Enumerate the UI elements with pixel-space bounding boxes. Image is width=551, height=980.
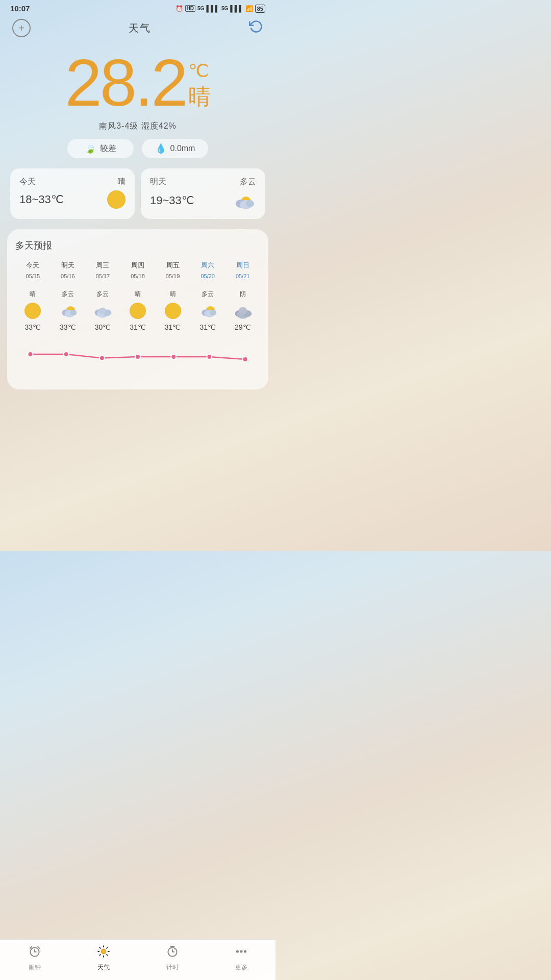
tomorrow-card: 明天 多云 19~33℃	[141, 168, 265, 219]
svg-point-7	[70, 310, 77, 315]
forecast-col-3: 周四05/18晴31℃	[120, 261, 156, 331]
clock-icon: ⏰	[176, 5, 183, 12]
status-bar: 10:07 ⏰ HD 5G ▌▌▌ 5G ▌▌▌ 📶 85	[0, 0, 276, 15]
forecast-day-condition: 多云	[62, 282, 74, 299]
forecast-title: 多天预报	[15, 239, 260, 252]
app-title: 天气	[129, 21, 151, 35]
wifi-icon: 📶	[245, 5, 253, 12]
forecast-high-temp: 33℃	[60, 323, 76, 331]
today-sun-icon	[107, 190, 126, 209]
forecast-high-temp: 29℃	[235, 323, 251, 331]
forecast-day-name: 周日	[236, 261, 249, 270]
air-quality-label: 较差	[100, 143, 116, 154]
forecast-day-name: 周六	[201, 261, 214, 270]
tomorrow-header: 明天 多云	[150, 177, 256, 187]
forecast-high-temp: 33℃	[25, 323, 41, 331]
refresh-button[interactable]	[249, 19, 263, 37]
forecast-col-4: 周五05/19晴31℃	[155, 261, 190, 331]
air-quality-row: 🍃 较差 💧 0.0mm	[0, 139, 276, 168]
forecast-day-icon	[128, 302, 148, 320]
today-body: 18~33℃	[19, 190, 126, 209]
current-weather: 28.2 ℃ 晴	[0, 39, 276, 116]
forecast-col-0: 今天05/15晴33℃	[15, 261, 51, 331]
forecast-day-date: 05/18	[131, 273, 145, 279]
current-temperature: 28.2	[65, 50, 186, 116]
status-icons: ⏰ HD 5G ▌▌▌ 5G ▌▌▌ 📶 85	[176, 5, 265, 13]
forecast-table: 今天05/15晴33℃明天05/16多云 33℃周三05/17多云 30℃周四0…	[15, 261, 260, 331]
forecast-day-icon	[58, 302, 78, 320]
tomorrow-body: 19~33℃	[150, 190, 256, 211]
svg-point-24	[171, 354, 176, 359]
air-quality-pill: 🍃 较差	[67, 139, 134, 158]
forecast-day-icon	[233, 302, 253, 320]
forecast-day-name: 周三	[96, 261, 109, 270]
svg-point-19	[239, 307, 247, 315]
forecast-day-date: 05/19	[166, 273, 180, 279]
current-condition: 晴	[188, 82, 211, 112]
rainfall-value: 0.0mm	[170, 144, 195, 153]
forecast-day-icon	[163, 302, 183, 320]
tomorrow-temp-range: 19~33℃	[150, 194, 194, 207]
battery-display: 85	[255, 5, 265, 13]
forecast-day-name: 周五	[166, 261, 180, 270]
forecast-day-icon	[22, 302, 43, 320]
forecast-day-icon	[92, 302, 113, 320]
svg-point-23	[135, 354, 140, 359]
svg-point-22	[99, 356, 105, 361]
day-cards: 今天 晴 18~33℃ 明天 多云 19~33℃	[0, 168, 276, 229]
rainfall-pill: 💧 0.0mm	[142, 139, 208, 158]
svg-point-26	[243, 357, 248, 362]
today-card: 今天 晴 18~33℃	[10, 168, 135, 219]
forecast-day-name: 周四	[131, 261, 144, 270]
tomorrow-condition: 多云	[240, 177, 256, 187]
svg-point-21	[64, 352, 69, 357]
forecast-day-date: 05/15	[26, 273, 40, 279]
forecast-high-temp: 30℃	[95, 323, 111, 331]
time-display: 10:07	[10, 4, 30, 13]
forecast-day-date: 05/21	[236, 273, 250, 279]
today-header: 今天 晴	[19, 177, 126, 187]
leaf-icon: 🍃	[85, 143, 96, 154]
forecast-col-6: 周日05/21阴 29℃	[225, 261, 260, 331]
temperature-row: 28.2 ℃ 晴	[10, 50, 265, 116]
hd-badge: HD	[185, 5, 195, 12]
tomorrow-partly-cloudy-icon	[231, 190, 256, 211]
svg-point-20	[28, 352, 33, 357]
signal-bars2: ▌▌▌	[230, 5, 243, 12]
forecast-col-1: 明天05/16多云 33℃	[51, 261, 86, 331]
plus-icon: +	[18, 22, 24, 34]
temperature-unit: ℃	[188, 60, 209, 82]
forecast-day-date: 05/20	[201, 273, 215, 279]
add-location-button[interactable]: +	[12, 19, 31, 37]
today-condition: 晴	[117, 177, 126, 187]
forecast-section: 多天预报 今天05/15晴33℃明天05/16多云 33℃周三05/17多云 3…	[7, 229, 268, 389]
forecast-day-name: 明天	[61, 261, 74, 270]
forecast-high-temp: 31℃	[199, 323, 216, 331]
forecast-day-name: 今天	[26, 261, 39, 270]
forecast-day-condition: 阴	[240, 282, 246, 299]
forecast-high-temp: 31℃	[165, 323, 181, 331]
forecast-day-condition: 多云	[202, 282, 214, 299]
forecast-day-condition: 晴	[170, 282, 176, 299]
forecast-day-condition: 晴	[30, 282, 36, 299]
forecast-day-date: 05/16	[61, 273, 75, 279]
rain-icon: 💧	[155, 143, 166, 154]
forecast-col-5: 周六05/20多云 31℃	[190, 261, 226, 331]
signal-5g1: 5G	[197, 6, 204, 11]
forecast-col-2: 周三05/17多云 30℃	[85, 261, 120, 331]
signal-bars1: ▌▌▌	[206, 5, 219, 12]
today-label: 今天	[19, 177, 36, 187]
header: + 天气	[0, 15, 276, 39]
svg-point-15	[210, 310, 217, 315]
forecast-high-temp: 31℃	[130, 323, 146, 331]
svg-point-3	[246, 200, 254, 207]
forecast-day-icon	[197, 302, 218, 320]
forecast-day-condition: 晴	[135, 282, 141, 299]
svg-point-25	[207, 354, 212, 359]
forecast-day-condition: 多云	[96, 282, 109, 299]
today-temp-range: 18~33℃	[19, 193, 64, 206]
svg-point-11	[99, 308, 107, 314]
temperature-chart	[15, 336, 260, 377]
tomorrow-label: 明天	[150, 177, 166, 187]
signal-5g2: 5G	[221, 6, 228, 11]
